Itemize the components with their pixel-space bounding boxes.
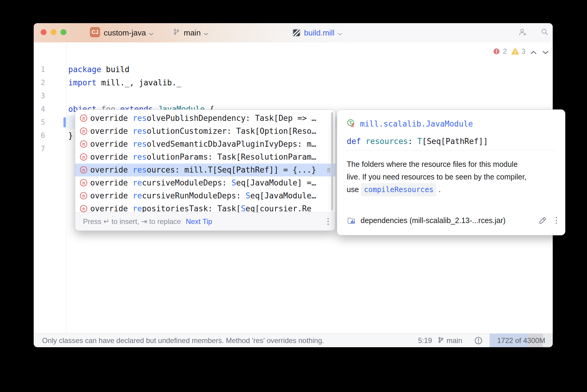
method-icon: m [80,115,87,122]
completion-item-selected[interactable]: m override resources: mill.T[Seq[PathRef… [75,164,335,176]
completion-item[interactable]: m override repositoriesTask: Task[Seq[co… [75,202,335,213]
memory-label: 1722 of 4300M [497,336,545,345]
close-window-button[interactable] [41,29,47,35]
error-icon [493,48,500,56]
line-number: 1 [34,63,45,76]
branch-name-label: main [184,28,201,38]
completion-footer: Press ↵ to insert, ⇥ to replace Next Tip [75,212,335,231]
clipped-origin-hint: m [327,164,330,176]
warning-icon [511,48,519,56]
doc-body: The folders where the resource files for… [347,158,527,196]
pencil-icon[interactable] [538,216,548,226]
library-folder-icon [347,216,356,226]
method-icon: m [80,153,87,161]
doc-body-line: live. If you need resources to be seen b… [347,170,527,183]
trait-icon: T [347,119,356,129]
status-bar: Only classes can have declared but undef… [34,333,553,347]
notifications-icon[interactable] [474,334,483,347]
completion-item[interactable]: m override recursiveModuleDeps: Seq[Java… [75,176,335,189]
code-chip[interactable]: compileResources [361,183,436,196]
screen: CJ custom-java main [0,0,587,392]
completion-item[interactable]: m override resolutionParams: Task[Resolu… [75,151,335,164]
chevron-up-icon[interactable] [530,50,536,55]
line-number: 6 [34,129,45,142]
search-icon[interactable] [541,28,549,38]
error-count: 2 [503,47,507,55]
completion-popup: m override resolvePublishDependency: Tas… [75,109,336,231]
kebab-icon[interactable] [327,218,329,225]
dependency-label[interactable]: dependencies (mill-scalalib_2.13-...rces… [361,216,506,225]
doc-body-line: The folders where the resource files for… [347,158,527,170]
scrollbar-thumb[interactable] [331,112,333,211]
doc-dependency-row: dependencies (mill-scalalib_2.13-...rces… [337,216,565,226]
svg-text:T: T [349,120,352,125]
chevron-down-icon [149,28,154,38]
line-number: 4 [34,103,45,116]
line-number: 5 [34,116,45,129]
memory-indicator[interactable]: 1722 of 4300M [490,334,553,347]
doc-owner-link[interactable]: mill.scalalib.JavaModule [360,119,473,128]
git-branch-icon [438,337,444,345]
branch-widget[interactable]: main [438,334,462,347]
branch-name-label: main [447,336,462,345]
method-icon: m [80,205,87,212]
method-icon: m [80,179,87,186]
doc-breadcrumb[interactable]: T mill.scalalib.JavaModule [347,119,473,129]
project-name-label: custom-java [104,28,146,38]
chevron-down-icon [337,28,342,38]
method-icon: m [80,192,87,199]
title-bar: CJ custom-java main [34,23,553,42]
completion-list: m override resolvePublishDependency: Tas… [75,110,335,213]
method-icon: m [80,166,87,173]
warning-count: 3 [521,47,525,55]
status-message: Only classes can have declared but undef… [42,334,324,347]
chevron-down-icon [204,28,208,38]
completion-item[interactable]: m override recursiveRunModuleDeps: Seq[J… [75,189,335,202]
gutter-separator [66,42,66,334]
line-number: 3 [34,89,45,103]
completion-hint: Press ↵ to insert, ⇥ to replace [83,217,181,226]
divider [345,150,557,150]
next-tip-link[interactable]: Next Tip [186,217,212,226]
mill-file-icon [292,29,301,37]
documentation-popup: T mill.scalalib.JavaModule def resources… [337,109,565,235]
file-name-label: build.mill [304,28,334,38]
doc-body-line: use compileResources . [347,183,527,196]
gutter-caret-indicator [63,117,66,127]
chevron-down-icon[interactable] [542,50,549,55]
method-icon: m [80,127,87,135]
completion-item[interactable]: m override resolvePublishDependency: Tas… [75,112,335,125]
add-user-icon[interactable] [518,28,527,38]
code-line-6: } [68,129,73,142]
inspections-widget[interactable]: 2 3 [34,47,553,55]
caret-position-widget[interactable]: 5:19 [418,334,432,347]
line-number: 2 [34,76,45,89]
completion-item[interactable]: m override resolvedSemanticDbJavaPluginI… [75,138,335,151]
method-icon: m [80,140,87,148]
code-line-1: package build [68,63,130,76]
line-number: 7 [34,142,45,155]
file-switcher[interactable]: build.mill [292,23,342,42]
doc-signature: def resources: T[Seq[PathRef]] [347,137,488,146]
kebab-icon[interactable] [556,217,557,224]
code-line-2: import mill._, javalib._ [68,76,181,89]
zoom-window-button[interactable] [60,29,66,35]
project-badge: CJ [90,27,100,37]
minimize-window-button[interactable] [51,29,57,35]
git-branch-icon [173,28,180,38]
vcs-branch-widget[interactable]: main [173,23,208,42]
project-switcher[interactable]: custom-java [104,23,154,42]
completion-item[interactable]: m override resolutionCustomizer: Task[Op… [75,125,335,138]
